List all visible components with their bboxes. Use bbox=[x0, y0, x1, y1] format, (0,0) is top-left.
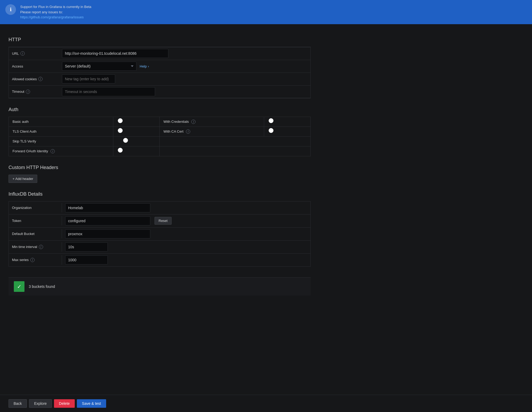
max-series-label: Max series i bbox=[9, 255, 62, 265]
help-link[interactable]: Help › bbox=[140, 64, 149, 68]
forward-oauth-info-icon[interactable]: i bbox=[51, 149, 55, 153]
timeout-input[interactable] bbox=[62, 87, 155, 96]
influx-section-title: InfluxDB Details bbox=[9, 191, 311, 197]
with-ca-cert-info-icon[interactable]: i bbox=[186, 129, 190, 134]
http-section: URL i Access Server (default) Browser He… bbox=[9, 47, 311, 98]
url-input[interactable] bbox=[62, 49, 168, 58]
skip-tls-toggle-cell bbox=[113, 136, 160, 146]
tls-client-auth-label: TLS Client Auth bbox=[9, 127, 113, 136]
access-row: Access Server (default) Browser Help › bbox=[9, 60, 310, 73]
save-test-button[interactable]: Save & test bbox=[77, 399, 106, 408]
status-bar: ✓ 3 buckets found bbox=[9, 277, 311, 296]
with-ca-cert-toggle-cell bbox=[264, 127, 311, 136]
auth-row-1: Basic auth With Credentials i bbox=[9, 117, 311, 127]
default-bucket-value bbox=[62, 228, 310, 240]
with-ca-cert-label-cell: With CA Cert i bbox=[160, 127, 264, 136]
influx-details-section: InfluxDB Details Organization Token Rese… bbox=[9, 191, 311, 267]
back-button[interactable]: Back bbox=[9, 399, 27, 408]
organization-row: Organization bbox=[9, 201, 310, 215]
url-info-icon[interactable]: i bbox=[20, 51, 25, 56]
http-section-title: HTTP bbox=[9, 37, 311, 43]
forward-oauth-label-cell: Forward OAuth Identity i bbox=[9, 146, 113, 156]
default-bucket-label: Default Bucket bbox=[9, 229, 62, 238]
delete-button[interactable]: Delete bbox=[54, 399, 75, 408]
info-icon: ℹ bbox=[5, 4, 16, 15]
explore-button[interactable]: Explore bbox=[29, 399, 52, 408]
organization-label: Organization bbox=[9, 203, 62, 212]
allowed-cookies-input[interactable] bbox=[62, 74, 115, 83]
add-header-button[interactable]: + Add header bbox=[9, 175, 37, 183]
max-series-info-icon[interactable]: i bbox=[30, 258, 35, 262]
timeout-label: Timeout i bbox=[9, 87, 62, 96]
auth-row-2: TLS Client Auth With CA Cert i bbox=[9, 127, 311, 136]
auth-section-title: Auth bbox=[9, 107, 311, 112]
default-bucket-row: Default Bucket bbox=[9, 228, 310, 241]
min-time-value bbox=[62, 241, 310, 253]
organization-input[interactable] bbox=[65, 203, 150, 212]
allowed-cookies-info-icon[interactable]: i bbox=[38, 77, 43, 81]
beta-banner: ℹ Support for Flux in Grafana is current… bbox=[0, 0, 532, 24]
skip-tls-label: Skip TLS Verify bbox=[9, 136, 113, 146]
timeout-row: Timeout i bbox=[9, 85, 310, 98]
status-check-icon: ✓ bbox=[14, 281, 24, 292]
token-row: Token Reset bbox=[9, 215, 310, 228]
basic-auth-label: Basic auth bbox=[9, 117, 113, 127]
min-time-row: Min time interval i bbox=[9, 241, 310, 254]
bottom-bar: Back Explore Delete Save & test bbox=[0, 395, 532, 412]
custom-headers-title: Custom HTTP Headers bbox=[9, 165, 311, 170]
url-row: URL i bbox=[9, 47, 310, 60]
max-series-value bbox=[62, 254, 310, 266]
with-ca-cert-label: With CA Cert bbox=[163, 129, 183, 133]
min-time-label: Min time interval i bbox=[9, 242, 62, 252]
access-label: Access bbox=[9, 62, 62, 71]
auth-row-4: Forward OAuth Identity i bbox=[9, 146, 311, 156]
min-time-input[interactable] bbox=[65, 242, 108, 251]
organization-value bbox=[62, 201, 310, 214]
timeout-info-icon[interactable]: i bbox=[26, 90, 30, 94]
token-value: Reset bbox=[62, 215, 310, 227]
forward-oauth-toggle-cell bbox=[113, 146, 160, 156]
custom-headers-section: Custom HTTP Headers + Add header bbox=[9, 165, 311, 183]
banner-title: Support for Flux in Grafana is currently… bbox=[20, 4, 91, 10]
forward-oauth-label: Forward OAuth Identity bbox=[13, 149, 48, 153]
banner-report: Please report any issues to: bbox=[20, 10, 91, 15]
auth-table: Basic auth With Credentials i bbox=[9, 117, 311, 156]
default-bucket-input[interactable] bbox=[65, 229, 150, 238]
status-text: 3 buckets found bbox=[29, 284, 55, 289]
allowed-cookies-label: Allowed cookies i bbox=[9, 74, 62, 84]
max-series-input[interactable] bbox=[65, 255, 108, 264]
auth-row-3: Skip TLS Verify bbox=[9, 136, 311, 146]
access-select[interactable]: Server (default) Browser bbox=[62, 62, 136, 71]
max-series-row: Max series i bbox=[9, 254, 310, 266]
banner-text: Support for Flux in Grafana is currently… bbox=[20, 4, 91, 20]
with-credentials-label-cell: With Credentials i bbox=[160, 117, 264, 127]
token-label: Token bbox=[9, 216, 62, 225]
banner-link[interactable]: https://github.com/grafana/grafana/issue… bbox=[20, 15, 84, 19]
allowed-cookies-row: Allowed cookies i bbox=[9, 73, 310, 85]
basic-auth-toggle-cell bbox=[113, 117, 160, 127]
reset-button[interactable]: Reset bbox=[155, 217, 172, 225]
token-input[interactable] bbox=[65, 216, 150, 225]
url-label: URL i bbox=[9, 49, 62, 58]
with-credentials-label: With Credentials bbox=[163, 120, 189, 124]
with-credentials-toggle-cell bbox=[264, 117, 311, 127]
influx-form: Organization Token Reset Default Bucket bbox=[9, 201, 311, 267]
min-time-info-icon[interactable]: i bbox=[39, 245, 43, 249]
with-credentials-info-icon[interactable]: i bbox=[191, 120, 196, 124]
tls-client-auth-toggle-cell bbox=[113, 127, 160, 136]
